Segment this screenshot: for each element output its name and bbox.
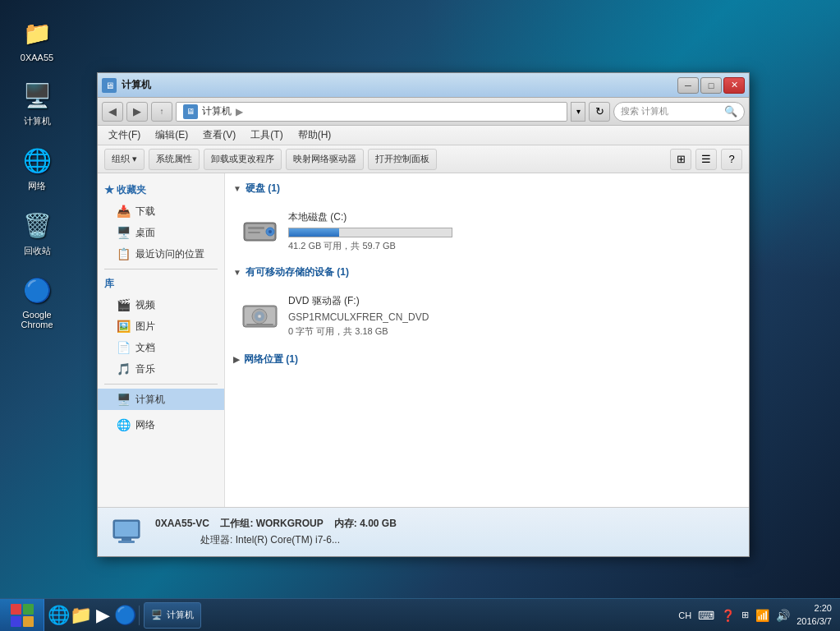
music-icon: 🎵 — [116, 362, 131, 376]
svg-rect-15 — [118, 541, 135, 543]
explorer-taskbar-label: 计算机 — [167, 609, 194, 621]
dvd-drive-info: DVD 驱动器 (F:) GSP1RMCULXFRER_CN_DVD 0 字节 … — [288, 294, 732, 338]
computer-name: 0XAA55-VC 工作组: WORKGROUP 内存: 4.00 GB — [155, 517, 397, 531]
desktop-icon-recycle[interactable]: 🗑️ 回收站 — [8, 209, 66, 257]
minimize-button[interactable]: ─ — [677, 77, 699, 94]
view-toggle-button[interactable]: ⊞ — [670, 149, 691, 170]
folder-taskbar-icon[interactable]: 📁 — [71, 606, 90, 625]
media-taskbar-icon[interactable]: ▶ — [93, 606, 112, 625]
path-arrow: ▶ — [236, 106, 243, 117]
control-panel-button[interactable]: 打开控制面板 — [368, 149, 437, 170]
address-bar: ◀ ▶ ↑ 🖥 计算机 ▶ ▾ ↻ 搜索 计算机 🔍 — [98, 98, 749, 126]
start-button[interactable] — [0, 599, 44, 632]
sidebar-item-desktop[interactable]: 🖥️ 桌面 — [98, 222, 224, 243]
network-section-sidebar: 🌐 网络 — [98, 414, 224, 435]
svg-rect-4 — [248, 227, 264, 229]
computer-icon: 🖥️ — [21, 79, 53, 112]
back-button[interactable]: ◀ — [102, 102, 123, 122]
tray-volume[interactable]: 🔊 — [776, 609, 790, 622]
address-dropdown[interactable]: ▾ — [571, 102, 585, 122]
disk-bar-container — [288, 228, 452, 237]
sidebar-item-computer[interactable]: 🖥️ 计算机 — [98, 389, 224, 410]
computer-icon-small: 🖥️ — [116, 392, 131, 407]
close-button[interactable]: ✕ — [723, 77, 745, 94]
windows-logo — [11, 604, 34, 627]
sidebar-item-label: 下载 — [135, 205, 155, 219]
desktop-icon-label: 0XAA55 — [21, 53, 53, 62]
tray-display[interactable]: ⊞ — [741, 610, 749, 620]
desktop-icon-0xaa55[interactable]: 📁 0XAA55 — [8, 16, 66, 62]
sidebar-item-label: 文档 — [135, 341, 155, 355]
desktop-icon-chrome[interactable]: 🔵 Google Chrome — [8, 274, 66, 329]
local-disk-item[interactable]: 本地磁盘 (C:) 41.2 GB 可用，共 59.7 GB — [233, 204, 741, 259]
sidebar-item-recent[interactable]: 📋 最近访问的位置 — [98, 243, 224, 265]
dvd-space: 0 字节 可用，共 3.18 GB — [288, 325, 732, 338]
tray-keyboard[interactable]: ⌨ — [698, 609, 714, 622]
sidebar-item-label: 音乐 — [135, 362, 155, 376]
dvd-drive-item[interactable]: DVD 驱动器 (F:) GSP1RMCULXFRER_CN_DVD 0 字节 … — [233, 288, 741, 344]
chrome-taskbar-icon[interactable]: 🔵 — [115, 606, 135, 625]
toolbar: 组织 ▾ 系统属性 卸载或更改程序 映射网络驱动器 打开控制面板 ⊞ ☰ ? — [98, 145, 749, 173]
desktop-icon-computer[interactable]: 🖥️ 计算机 — [8, 79, 66, 127]
sidebar-item-documents[interactable]: 📄 文档 — [98, 337, 224, 358]
explorer-taskbar-icon: 🖥️ — [151, 610, 163, 620]
desktop-icon-label: Google Chrome — [8, 310, 66, 329]
computer-section: 🖥️ 计算机 — [98, 389, 224, 410]
address-path[interactable]: 🖥 计算机 ▶ — [176, 102, 567, 122]
library-section: 库 🎬 视频 🖼️ 图片 📄 文档 🎵 音乐 — [98, 274, 224, 380]
chrome-icon: 🔵 — [21, 274, 53, 306]
sidebar-item-pictures[interactable]: 🖼️ 图片 — [98, 316, 224, 337]
collapse-arrow-icon-2[interactable]: ▼ — [233, 268, 241, 277]
local-disk-name: 本地磁盘 (C:) — [288, 210, 732, 224]
sidebar-item-video[interactable]: 🎬 视频 — [98, 294, 224, 316]
menu-help[interactable]: 帮助(H) — [291, 127, 338, 144]
download-icon: 📥 — [116, 204, 131, 219]
organize-button[interactable]: 组织 ▾ — [104, 149, 145, 170]
ie-taskbar-icon[interactable]: 🌐 — [48, 606, 68, 625]
view-details-button[interactable]: ☰ — [695, 149, 717, 170]
sidebar-item-network[interactable]: 🌐 网络 — [98, 414, 224, 435]
menu-tools[interactable]: 工具(T) — [244, 127, 289, 144]
map-drive-button[interactable]: 映射网络驱动器 — [286, 149, 364, 170]
network-section-header: ▶ 网络位置 (1) — [233, 352, 741, 366]
network-section-title: 网络位置 (1) — [244, 352, 298, 366]
documents-icon: 📄 — [116, 340, 131, 355]
quick-launch: 🌐 📁 ▶ 🔵 — [44, 606, 140, 625]
menu-file[interactable]: 文件(F) — [102, 127, 147, 144]
forward-button[interactable]: ▶ — [126, 102, 148, 122]
search-icon: 🔍 — [724, 105, 737, 117]
sidebar-item-music[interactable]: 🎵 音乐 — [98, 358, 224, 380]
sidebar-item-label: 视频 — [135, 298, 155, 312]
hard-disk-section-header: ▼ 硬盘 (1) — [233, 182, 741, 196]
refresh-button[interactable]: ↻ — [589, 102, 610, 122]
tray-ch[interactable]: CH — [678, 610, 691, 620]
favorites-section: ★ 收藏夹 📥 下载 🖥️ 桌面 📋 最近访问的位置 — [98, 180, 224, 265]
tray-network[interactable]: 📶 — [755, 609, 769, 622]
maximize-button[interactable]: □ — [700, 77, 722, 94]
tray-help[interactable]: ❓ — [721, 609, 735, 622]
collapse-arrow-icon[interactable]: ▼ — [233, 184, 241, 193]
uninstall-button[interactable]: 卸载或更改程序 — [204, 149, 282, 170]
content-area: ★ 收藏夹 📥 下载 🖥️ 桌面 📋 最近访问的位置 — [98, 173, 749, 507]
help-button[interactable]: ? — [721, 149, 742, 170]
sidebar-item-label: 最近访问的位置 — [135, 247, 204, 261]
taskbar-buttons: 🖥️ 计算机 — [140, 602, 670, 629]
tray-clock[interactable]: 2:20 2016/3/7 — [796, 602, 832, 628]
system-props-button[interactable]: 系统属性 — [149, 149, 200, 170]
sidebar-divider-2 — [104, 384, 218, 385]
network-icon-small: 🌐 — [116, 417, 131, 432]
taskbar: 🌐 📁 ▶ 🔵 🖥️ 计算机 CH ⌨ ❓ ⊞ 📶 🔊 2:20 2016/3/… — [0, 598, 840, 631]
search-box[interactable]: 搜索 计算机 🔍 — [613, 102, 745, 122]
explorer-taskbar-button[interactable]: 🖥️ 计算机 — [144, 602, 201, 629]
dvd-drive-name: DVD 驱动器 (F:) — [288, 294, 732, 308]
sidebar-item-label: 网络 — [135, 418, 155, 432]
collapse-arrow-icon-3[interactable]: ▶ — [233, 355, 240, 364]
sidebar-item-download[interactable]: 📥 下载 — [98, 200, 224, 222]
menu-edit[interactable]: 编辑(E) — [149, 127, 195, 144]
desktop-icon-network[interactable]: 🌐 网络 — [8, 144, 66, 192]
menu-view[interactable]: 查看(V) — [196, 127, 242, 144]
removable-section-header: ▼ 有可移动存储的设备 (1) — [233, 265, 741, 279]
disk-bar-fill — [289, 228, 339, 237]
up-button[interactable]: ↑ — [151, 102, 172, 122]
title-bar: 🖥 计算机 ─ □ ✕ — [98, 73, 749, 98]
